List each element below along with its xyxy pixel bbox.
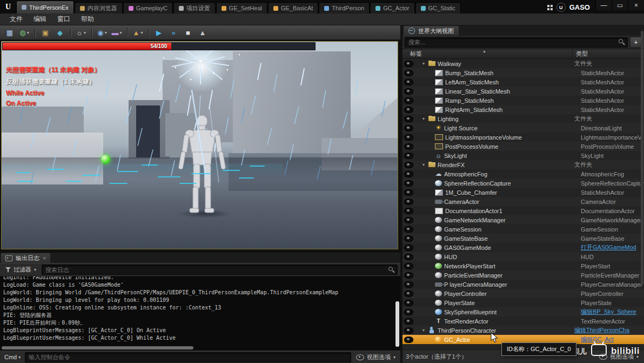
visibility-eye-icon[interactable] [404, 116, 413, 122]
layout-grid-icon[interactable] [547, 5, 553, 10]
visibility-eye-icon[interactable] [404, 309, 413, 315]
visibility-eye-icon[interactable] [404, 208, 413, 214]
outliner-row[interactable]: Linear_Stair_StaticMeshStaticMeshActor [403, 87, 644, 96]
game-viewport[interactable]: 54/100 光照需要重建（11 未构建 对象）反射捕获需要重建（1 未构建）W… [1, 41, 398, 249]
visibility-eye-icon[interactable] [404, 272, 413, 279]
tab-world-outliner[interactable]: 世界大纲视图 [404, 26, 459, 36]
outliner-row[interactable]: HUDHUD [403, 252, 644, 261]
visibility-eye-icon[interactable] [404, 97, 413, 104]
visibility-eye-icon[interactable] [404, 171, 413, 177]
source-control-button[interactable]: ◍▾ [18, 27, 31, 38]
outliner-row[interactable]: ▼RenderFX文件夹 [403, 160, 644, 169]
menu-窗口[interactable]: 窗口 [52, 14, 76, 25]
tab-内容浏览器[interactable]: 内容浏览器 [75, 2, 123, 14]
visibility-eye-icon[interactable] [404, 318, 413, 325]
console-command-input[interactable] [25, 352, 351, 362]
visibility-eye-icon[interactable] [404, 226, 413, 233]
visibility-eye-icon[interactable] [404, 245, 413, 251]
visibility-eye-icon[interactable] [404, 189, 413, 196]
expand-arrow-icon[interactable]: ▼ [421, 117, 426, 121]
visibility-eye-icon[interactable] [404, 162, 413, 168]
visibility-eye-icon[interactable] [404, 79, 413, 85]
outliner-row[interactable]: GameStateBaseGameStateBase [403, 234, 644, 243]
outliner-row[interactable]: ▼Lighting文件夹 [403, 114, 644, 123]
minimize-button[interactable]: — [595, 0, 612, 10]
outliner-row[interactable]: ▼Walkway文件夹 [403, 59, 644, 68]
close-icon[interactable]: × [43, 255, 46, 261]
outliner-row[interactable]: SkySphereBlueprint编辑BP_Sky_Sphere [403, 307, 644, 316]
log-filters-button[interactable]: 过滤器 ▾ [3, 265, 39, 274]
visibility-eye-icon[interactable] [404, 254, 413, 260]
visibility-eye-icon[interactable] [404, 217, 413, 223]
visibility-eye-icon[interactable] [404, 143, 413, 150]
outliner-search-input[interactable] [405, 37, 628, 48]
visibility-eye-icon[interactable] [404, 300, 413, 306]
tab-GameplayC[interactable]: GameplayC [123, 2, 173, 14]
column-label[interactable]: 标签 ▲ [403, 49, 572, 58]
cmd-dropdown[interactable]: Cmd ▾ [3, 354, 22, 360]
outliner-row[interactable]: PlayerControllerPlayerController [403, 289, 644, 298]
visibility-eye-icon[interactable] [404, 263, 413, 269]
tab-项目设置[interactable]: 项目设置 [173, 2, 216, 14]
outliner-row[interactable]: LightmassImportanceVolumeLightmassImport… [403, 133, 644, 142]
restore-button[interactable]: ▭ [612, 0, 628, 10]
outliner-row[interactable]: NetworkPlayerStartPlayerStart [403, 261, 644, 270]
build-button[interactable]: ▲▾ [131, 27, 144, 38]
tab-GE_BasicAt[interactable]: GE_BasicAt [268, 2, 318, 14]
cinematics-button[interactable]: ▬▾ [110, 27, 123, 38]
log-vertical-scrollbar[interactable] [395, 301, 399, 347]
outliner-row[interactable]: AtmosphericFogAtmosphericFog [403, 169, 644, 179]
expand-arrow-icon[interactable]: ▼ [421, 328, 426, 332]
outliner-row[interactable]: GameSessionGameSession [403, 225, 644, 234]
log-area[interactable]: LogInit: FAudioDevice initialized.LogLoa… [0, 276, 400, 351]
log-view-options-button[interactable]: 视图选项 ▾ [354, 353, 398, 361]
marketplace-button[interactable]: ◆ [53, 27, 66, 38]
outliner-row[interactable]: LeftArm_StaticMeshStaticMeshActor [403, 77, 644, 87]
visibility-eye-icon[interactable] [404, 88, 413, 95]
expand-arrow-icon[interactable]: ▼ [421, 163, 426, 167]
save-button[interactable]: ▦ [3, 27, 16, 38]
menu-编辑[interactable]: 编辑 [28, 14, 52, 25]
log-horizontal-scrollbar[interactable] [2, 346, 193, 349]
visibility-eye-icon[interactable] [404, 235, 413, 242]
content-button[interactable]: ▣ [39, 27, 52, 38]
outliner-row[interactable]: DocumentationActor1DocumentationActor [403, 206, 644, 215]
type-link[interactable]: 编辑GC_Act [578, 335, 644, 344]
search-options-button[interactable]: + [630, 37, 642, 48]
visibility-eye-icon[interactable] [404, 336, 413, 343]
eject-button[interactable]: ▲ [196, 27, 209, 38]
outliner-row[interactable]: TextRenderActorTextRenderActor [403, 316, 644, 326]
outliner-row[interactable]: GameNetworkManagerGameNetworkManager [403, 215, 644, 225]
visibility-eye-icon[interactable] [404, 327, 413, 334]
frame-skip-button[interactable]: » [167, 27, 180, 38]
blueprints-button[interactable]: ◉▾ [96, 27, 109, 38]
visibility-eye-icon[interactable] [404, 107, 413, 113]
outliner-row[interactable]: Ramp_StaticMeshStaticMeshActor [403, 96, 644, 105]
outliner-row[interactable]: SkyLightSkyLight [403, 151, 644, 160]
tab-output-log[interactable]: 输出日志 × [1, 253, 50, 263]
visibility-eye-icon[interactable] [404, 199, 413, 205]
visibility-eye-icon[interactable] [404, 134, 413, 141]
tab-GE_SetHeal[interactable]: GE_SetHeal [216, 2, 267, 14]
tab-ThirdPerson[interactable]: ThirdPerson [319, 2, 370, 14]
stop-button[interactable]: ■ [182, 27, 194, 38]
tab-GC_Static[interactable]: GC_Static [415, 2, 461, 14]
visibility-eye-icon[interactable] [404, 61, 413, 67]
settings-button[interactable]: ☼▾ [75, 27, 88, 38]
outliner-row[interactable]: CameraActorCameraActor [403, 197, 644, 206]
outliner-row[interactable]: 1M_Cube_ChamferStaticMeshActor [403, 188, 644, 197]
tab-ThirdPersonEx[interactable]: ThirdPersonEx [16, 1, 74, 14]
visibility-eye-icon[interactable] [404, 125, 413, 131]
type-link[interactable]: 编辑ThirdPersonCha [571, 326, 644, 334]
play-button[interactable]: ▶ [152, 27, 165, 38]
outliner-scrollbar[interactable] [641, 31, 643, 285]
visibility-eye-icon[interactable] [404, 70, 413, 76]
visibility-eye-icon[interactable] [404, 281, 413, 288]
menu-帮助[interactable]: 帮助 [76, 14, 99, 25]
log-search-input[interactable] [42, 265, 398, 275]
close-button[interactable]: × [628, 0, 644, 10]
visibility-eye-icon[interactable] [404, 291, 413, 297]
type-link[interactable]: 编辑BP_Sky_Sphere [578, 308, 644, 316]
outliner-row[interactable]: Light SourceDirectionalLight [403, 123, 644, 133]
visibility-eye-icon[interactable] [404, 153, 413, 159]
